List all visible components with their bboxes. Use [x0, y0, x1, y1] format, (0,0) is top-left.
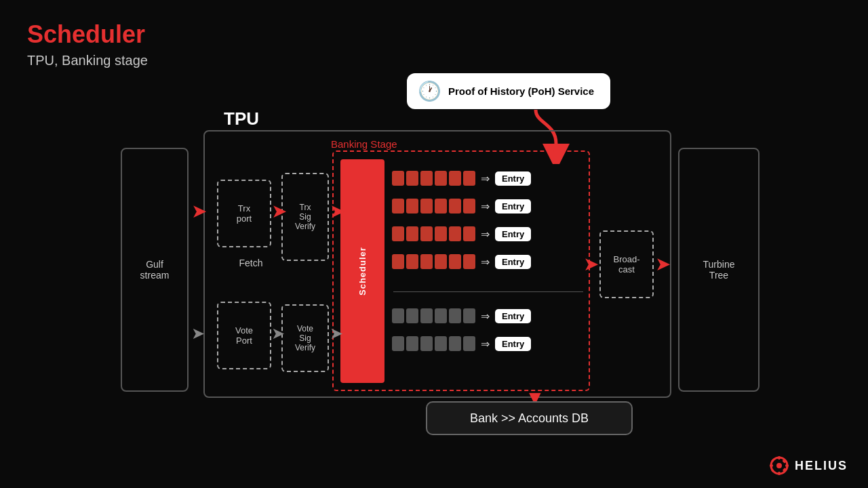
trx-to-sig-arrow: ➤	[271, 202, 287, 221]
tx-block	[463, 171, 475, 186]
tx-block	[449, 336, 461, 351]
bank-accounts-label: Bank >> Accounts DB	[470, 411, 589, 426]
tx-block	[392, 171, 404, 186]
entry-button-2: Entry	[495, 199, 531, 214]
entry-button-3: Entry	[495, 227, 531, 241]
svg-rect-5	[785, 465, 789, 467]
tx-blocks-2	[392, 199, 475, 214]
entry-button-5: Entry	[495, 309, 531, 323]
tx-block	[406, 336, 418, 351]
tx-blocks-3	[392, 226, 475, 241]
tx-block	[435, 336, 447, 351]
tx-block	[392, 308, 404, 323]
clock-icon: 🕐	[418, 80, 441, 102]
entry-button-4: Entry	[495, 255, 531, 269]
tx-block	[392, 199, 404, 214]
tx-row-4: ⇒ Entry	[392, 254, 531, 269]
tx-block	[406, 308, 418, 323]
tx-blocks-5	[392, 308, 475, 323]
tx-block	[463, 226, 475, 241]
helius-logo: HELIUS	[769, 455, 848, 476]
entry-arrow-4: ⇒	[481, 256, 490, 268]
gulf-stream-label: Gulfstream	[140, 259, 170, 281]
entry-button-6: Entry	[495, 337, 531, 351]
vote-to-vsig-arrow: ➤	[271, 325, 285, 342]
scheduler-bar: Scheduler	[340, 159, 384, 383]
divider	[393, 291, 583, 292]
vsig-to-sched-arrow: ➤	[330, 325, 343, 342]
tx-block	[435, 254, 447, 269]
trx-port-label: Trxport	[237, 203, 252, 224]
tx-block	[449, 308, 461, 323]
vote-port-box: VotePort	[217, 302, 271, 369]
banking-stage-label: Banking Stage	[331, 138, 397, 150]
tx-block	[420, 254, 433, 269]
tx-block	[420, 171, 433, 186]
entry-arrow-6: ⇒	[481, 338, 490, 350]
helius-label: HELIUS	[795, 459, 848, 473]
tpu-label: TPU	[224, 108, 259, 129]
tx-block	[392, 226, 404, 241]
tx-blocks-6	[392, 336, 475, 351]
svg-point-1	[776, 463, 782, 468]
tx-row-6: ⇒ Entry	[392, 336, 531, 351]
tx-block	[392, 336, 404, 351]
tx-block	[435, 171, 447, 186]
trx-port-box: Trxport	[217, 180, 271, 247]
tx-row-2: ⇒ Entry	[392, 199, 531, 214]
entry-to-broadcast-arrow: ➤	[583, 255, 599, 274]
tx-block	[463, 308, 475, 323]
entry-arrow-1: ⇒	[481, 172, 490, 185]
tx-block	[435, 308, 447, 323]
tx-block	[463, 254, 475, 269]
trx-sig-verify-label: TrxSigVerify	[295, 203, 315, 231]
gulf-stream-box: Gulfstream	[121, 148, 189, 392]
tx-block	[406, 254, 418, 269]
entry-arrow-2: ⇒	[481, 200, 490, 213]
vote-sig-verify-label: VoteSigVerify	[295, 324, 315, 352]
tx-row-1: ⇒ Entry	[392, 171, 531, 186]
poh-box: 🕐 Proof of History (PoH) Service	[407, 73, 610, 109]
tx-row-5: ⇒ Entry	[392, 308, 531, 323]
gulf-to-vote-arrow: ➤	[191, 325, 205, 342]
page-title: Scheduler	[27, 20, 145, 49]
bank-accounts-box: Bank >> Accounts DB	[426, 401, 633, 435]
sig-to-sched-arrow: ➤	[330, 202, 345, 221]
tx-block	[420, 199, 433, 214]
fetch-label: Fetch	[224, 258, 278, 268]
tx-block	[406, 171, 418, 186]
entry-button-1: Entry	[495, 171, 531, 186]
tx-row-3: ⇒ Entry	[392, 226, 531, 241]
vote-sig-verify-box: VoteSigVerify	[281, 304, 329, 372]
tx-block	[449, 254, 461, 269]
trx-sig-verify-box: TrxSigVerify	[281, 173, 329, 261]
tx-blocks-1	[392, 171, 475, 186]
tx-block	[449, 171, 461, 186]
svg-rect-3	[778, 472, 780, 475]
entry-arrow-3: ⇒	[481, 228, 490, 241]
tx-block	[420, 308, 433, 323]
turbine-tree-box: TurbineTree	[678, 148, 760, 392]
tx-block	[449, 199, 461, 214]
tx-block	[420, 336, 433, 351]
page-subtitle: TPU, Banking stage	[27, 53, 148, 68]
tx-block	[392, 254, 404, 269]
tx-block	[406, 199, 418, 214]
gulf-to-trx-arrow: ➤	[191, 202, 207, 221]
svg-rect-4	[770, 465, 773, 467]
tx-block	[420, 226, 433, 241]
helius-gear-icon	[769, 455, 789, 476]
broadcast-box: Broad-cast	[599, 230, 654, 298]
tx-block	[463, 199, 475, 214]
broadcast-label: Broad-cast	[613, 254, 639, 274]
vote-port-label: VotePort	[235, 325, 253, 346]
tx-block	[435, 226, 447, 241]
scheduler-label: Scheduler	[357, 247, 368, 296]
tx-block	[406, 226, 418, 241]
broadcast-to-turbine-arrow: ➤	[655, 255, 671, 274]
entry-arrow-5: ⇒	[481, 310, 490, 323]
svg-rect-2	[778, 456, 780, 460]
tx-blocks-4	[392, 254, 475, 269]
tx-block	[463, 336, 475, 351]
tx-block	[435, 199, 447, 214]
